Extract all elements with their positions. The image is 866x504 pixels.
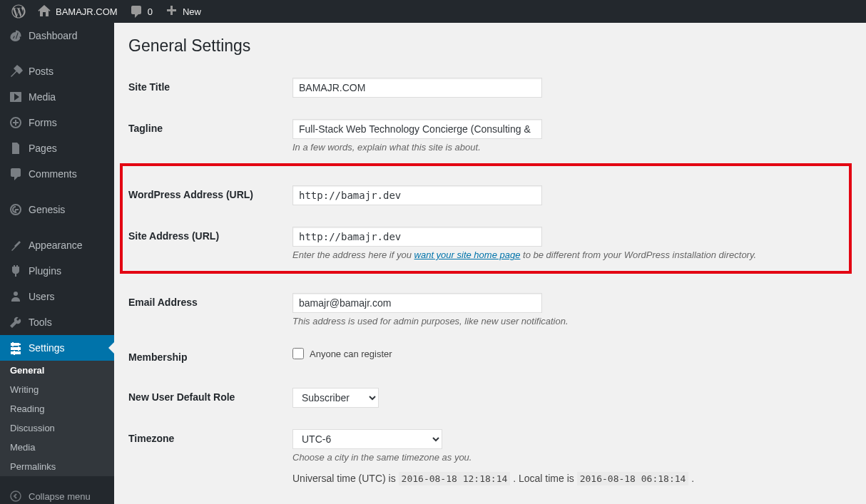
submenu-item-discussion[interactable]: Discussion	[0, 418, 114, 438]
plus-icon	[164, 4, 178, 19]
comment-icon	[129, 4, 143, 19]
media-icon	[9, 90, 23, 104]
dashboard-icon	[9, 29, 23, 43]
sidebar-item-pages[interactable]: Pages	[0, 135, 114, 161]
sidebar-item-tools[interactable]: Tools	[0, 309, 114, 335]
tools-icon	[9, 315, 23, 329]
tagline-label: Tagline	[128, 108, 285, 163]
new-content-link[interactable]: New	[158, 0, 207, 23]
pin-icon	[9, 64, 23, 78]
sidebar-item-label: Forms	[29, 117, 57, 128]
submenu-item-writing[interactable]: Writing	[0, 380, 114, 399]
sidebar-item-label: Settings	[29, 342, 65, 354]
site-url-label: Site Address (URL)	[128, 216, 285, 271]
sidebar-item-forms[interactable]: Forms	[0, 110, 114, 135]
email-label: Email Address	[128, 282, 285, 337]
local-time: 2016-08-18 06:18:14	[577, 472, 689, 485]
submenu-item-general[interactable]: General	[0, 361, 114, 380]
submenu-item-reading[interactable]: Reading	[0, 399, 114, 418]
site-title-input[interactable]	[292, 78, 542, 98]
forms-icon	[9, 115, 23, 130]
sidebar-item-settings[interactable]: Settings	[0, 335, 114, 361]
membership-checkbox-label: Anyone can register	[310, 349, 392, 359]
email-description: This address is used for admin purposes,…	[292, 316, 845, 326]
email-input[interactable]	[292, 293, 542, 313]
page-title: General Settings	[128, 30, 852, 58]
timezone-description: Choose a city in the same timezone as yo…	[292, 452, 845, 463]
timezone-info: Universal time (UTC) is 2016-08-18 12:18…	[292, 473, 845, 484]
comments-link[interactable]: 0	[123, 0, 158, 23]
sidebar-item-appearance[interactable]: Appearance	[0, 232, 114, 258]
comments-icon	[9, 167, 23, 181]
timezone-label: Timezone	[128, 418, 285, 495]
pages-icon	[9, 141, 23, 155]
sidebar-item-posts[interactable]: Posts	[0, 58, 114, 84]
sidebar-item-label: Appearance	[29, 240, 83, 251]
admin-sidebar: Dashboard Posts Media Forms Pages Commen…	[0, 23, 114, 504]
sidebar-item-plugins[interactable]: Plugins	[0, 258, 114, 284]
sidebar-item-label: Posts	[29, 66, 54, 77]
sidebar-item-label: Dashboard	[29, 30, 78, 41]
wp-logo[interactable]	[6, 0, 31, 23]
wp-url-label: WordPress Address (URL)	[128, 175, 285, 216]
sidebar-item-users[interactable]: Users	[0, 284, 114, 309]
sidebar-item-genesis[interactable]: Genesis	[0, 197, 114, 222]
appearance-icon	[9, 238, 23, 252]
collapse-menu[interactable]: Collapse menu	[0, 483, 114, 504]
sidebar-item-label: Users	[29, 291, 55, 302]
site-url-help-link[interactable]: want your site home page	[414, 250, 521, 260]
membership-label: Membership	[128, 337, 285, 377]
site-name-link[interactable]: BAMAJR.COM	[31, 0, 123, 23]
timezone-select[interactable]: UTC-6	[292, 429, 442, 449]
collapse-icon	[9, 489, 23, 503]
genesis-icon	[9, 202, 23, 217]
site-url-input[interactable]	[292, 227, 542, 247]
tagline-input[interactable]	[292, 119, 542, 139]
highlighted-section: WordPress Address (URL) Site Address (UR…	[120, 163, 852, 274]
sidebar-item-label: Media	[29, 91, 56, 103]
plugins-icon	[9, 264, 23, 278]
home-icon	[37, 4, 51, 19]
submenu-item-permalinks[interactable]: Permalinks	[0, 457, 114, 476]
membership-checkbox[interactable]	[292, 348, 304, 359]
site-name-text: BAMAJR.COM	[56, 6, 118, 17]
tagline-description: In a few words, explain what this site i…	[292, 142, 845, 153]
utc-time: 2016-08-18 12:18:14	[399, 472, 511, 485]
sidebar-item-label: Pages	[29, 143, 57, 154]
submenu-item-media[interactable]: Media	[0, 438, 114, 457]
wordpress-icon	[11, 4, 26, 19]
settings-icon	[9, 341, 23, 355]
new-label: New	[183, 6, 201, 17]
settings-submenu: General Writing Reading Discussion Media…	[0, 361, 114, 476]
admin-toolbar: BAMAJR.COM 0 New	[0, 0, 866, 23]
comments-count: 0	[148, 6, 153, 17]
svg-point-2	[11, 491, 21, 501]
sidebar-item-label: Genesis	[29, 204, 65, 215]
sidebar-item-dashboard[interactable]: Dashboard	[0, 23, 114, 48]
users-icon	[9, 289, 23, 304]
sidebar-item-label: Comments	[29, 168, 77, 180]
sidebar-item-label: Plugins	[29, 265, 61, 277]
collapse-label: Collapse menu	[29, 491, 91, 502]
sidebar-item-media[interactable]: Media	[0, 84, 114, 110]
sidebar-item-comments[interactable]: Comments	[0, 161, 114, 187]
site-url-description: Enter the address here if you want your …	[292, 250, 836, 260]
main-content: General Settings Site Title Tagline In a…	[114, 23, 866, 504]
default-role-select[interactable]: Subscriber	[292, 388, 379, 408]
wp-url-input[interactable]	[292, 185, 542, 205]
sidebar-item-label: Tools	[29, 317, 52, 328]
default-role-label: New User Default Role	[128, 377, 285, 418]
site-title-label: Site Title	[128, 67, 285, 108]
